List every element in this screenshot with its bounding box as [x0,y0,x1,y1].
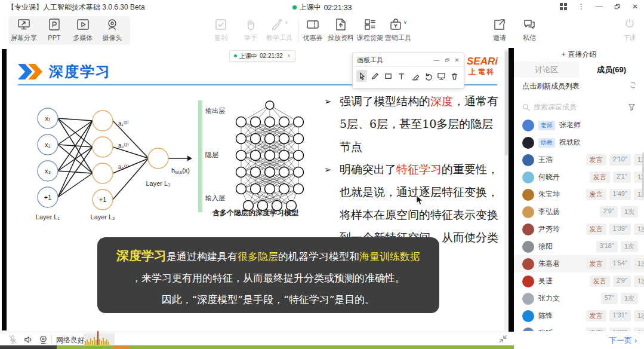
live-intro-link[interactable]: + 直播介绍 [514,48,644,62]
member-row[interactable]: 朱嘉君发言1'54"1次 [514,255,644,273]
deep-hidden-layer-label: 隐层 [205,151,218,160]
refresh-row: 点击刷新成员列表 [514,78,644,93]
svg-text:x₂: x₂ [45,141,51,148]
member-row[interactable]: 朱宝坤发言1'49"1次 [514,186,644,203]
svg-text:+1: +1 [44,194,52,201]
camera-button[interactable]: 摄像头 [98,17,127,42]
multimedia-button[interactable]: 多媒体 [69,17,97,42]
trash-tool-icon[interactable] [449,70,460,82]
class-timer-pill[interactable]: 上课中 02:21:32 ∧ [229,50,295,62]
chevron-down-icon: ∨ [285,20,288,25]
bullet-item: ➢ 强调了模型结构的深度，通常有5层、6层，甚至10多层的隐层节点 [324,90,504,158]
whiteboard-tool-icon[interactable] [436,70,447,82]
avatar [522,293,534,305]
coupon-button[interactable]: 优惠券 [298,17,327,42]
board-minimize-icon[interactable]: — [434,57,440,63]
course-shelf-label: 课程货架 [357,34,383,41]
speak-chip: 发言 [586,224,606,235]
end-class-button[interactable]: 下课 [615,17,644,42]
svg-text:a₃⁽²⁾: a₃⁽²⁾ [118,164,129,170]
member-row[interactable]: 徐阳3'18"1次 [514,238,644,255]
speak-chip: 发言 [586,154,606,166]
rectangle-tool-icon[interactable] [383,70,394,82]
undo-tool-icon[interactable] [423,70,433,82]
member-name: 张老师 [559,120,581,130]
microphone-muted-icon[interactable] [7,334,18,345]
text-tool-icon[interactable] [396,70,407,82]
member-row[interactable]: 尹秀玲发言1'39"1次 [514,221,644,238]
filter-funnel-icon[interactable] [628,103,636,111]
close-button[interactable]: ✕ [631,2,639,11]
check-in-button[interactable]: 签到 [207,17,235,42]
minimize-button[interactable]: — [595,2,603,11]
board-close-icon[interactable]: ✕ [455,57,460,63]
title-chevrons-icon [18,63,45,80]
letterbox-bar-right [509,48,514,332]
slide-scrollbar-thumb[interactable] [505,51,508,155]
live-dot-icon [292,5,297,10]
member-name: 何晓丹 [538,172,560,182]
time-chip: 1'31" [609,310,631,322]
next-page-link[interactable]: 下一页 › [609,335,637,346]
board-panel-titlebar[interactable]: 画板工具 — ✕ [353,53,464,67]
member-row[interactable]: 陈锋发言1'31"1次 [514,307,644,324]
collapse-caret-icon[interactable]: ∧ [287,53,291,59]
member-row[interactable]: 王浩发言2'10"1次 [514,151,644,169]
count-chip: 1次 [634,258,644,270]
refresh-members-link[interactable]: 点击刷新成员列表 [522,81,580,91]
cursor-tool-icon[interactable] [356,70,367,82]
collapse-panel-icon[interactable] [499,335,507,343]
member-row[interactable]: 张昕发言1'38"1次 [514,324,644,331]
ppt-button[interactable]: PPT [40,17,69,42]
svg-text:hW,b(x): hW,b(x) [171,167,190,174]
layout-grid-icon[interactable] [559,2,568,11]
svg-text:x₃: x₃ [45,167,51,174]
search-placeholder: 搜索课堂成员 [534,102,624,112]
speaker-icon[interactable] [23,334,33,345]
course-shelf-button[interactable]: 课程货架 [356,17,384,42]
screen-share-icon [10,17,38,32]
member-search-field[interactable]: 搜索课堂成员 [522,100,636,114]
sidebar-tabs: 讨论区 成员(69) [514,62,644,78]
summary-line: 深度学习是通过构建具有很多隐层的机器学习模型和海量训练数据 [97,245,439,267]
time-chip: 1'49" [609,189,631,200]
more-menu-icon[interactable]: ⋮ [577,2,586,11]
eraser-tool-icon[interactable] [409,70,420,82]
statusbar-divider [51,335,52,344]
invite-button[interactable]: 邀请 [485,17,514,42]
private-message-button[interactable]: 私信 [515,17,544,42]
refresh-icon[interactable] [629,81,637,89]
member-row[interactable]: 张力文57"1次 [514,290,644,307]
invite-label: 邀请 [493,34,506,41]
audio-waveform [84,333,115,345]
time-chip: 2'9" [600,206,618,218]
teaching-tools-button[interactable]: ∨ 教学工具 [265,17,294,42]
bullet-arrow-icon: ➢ [324,90,332,113]
member-row[interactable]: 老师张老师 [514,117,644,134]
drawing-board-panel: 画板工具 — ✕ [352,53,464,88]
push-material-button[interactable]: 投放资料 [326,17,355,42]
toolbar: 屏幕分享 PPT 多媒体 摄像头 签到 举手 ∨ 教学工具 优惠 [0,13,644,48]
board-restore-icon[interactable] [445,57,450,63]
member-row[interactable]: 吴进发言2'9"1次 [514,273,644,290]
tab-discussion[interactable]: 讨论区 [514,62,579,78]
tab-members[interactable]: 成员(69) [579,62,644,78]
member-row[interactable]: 何晓丹发言2'1"1次 [514,169,644,186]
ppt-icon [40,17,69,32]
pill-timer: 02:21:32 [260,53,283,59]
marketing-tools-button[interactable]: ∨ 营销工具 [384,17,412,42]
time-chip: 2'9" [613,275,631,287]
avatar [522,137,534,149]
raise-hand-button[interactable]: 举手 [236,17,265,42]
logo-line1: SEARi [467,56,498,66]
pen-tool-icon[interactable] [369,70,380,82]
member-row[interactable]: 助教祝轶欣 [514,134,644,151]
class-timer: 02:21:33 [324,4,352,12]
member-name: 吴进 [538,276,553,286]
logo-line2: 上電科 [467,68,498,75]
restore-button[interactable] [613,2,621,11]
screen-share-button[interactable]: 屏幕分享 [10,17,38,42]
webcam-icon[interactable] [38,334,48,345]
member-row[interactable]: 李弘扬2'9"1次 [514,203,644,221]
member-list: 老师张老师助教祝轶欣王浩发言2'10"1次何晓丹发言2'1"1次朱宝坤发言1'4… [514,117,644,331]
